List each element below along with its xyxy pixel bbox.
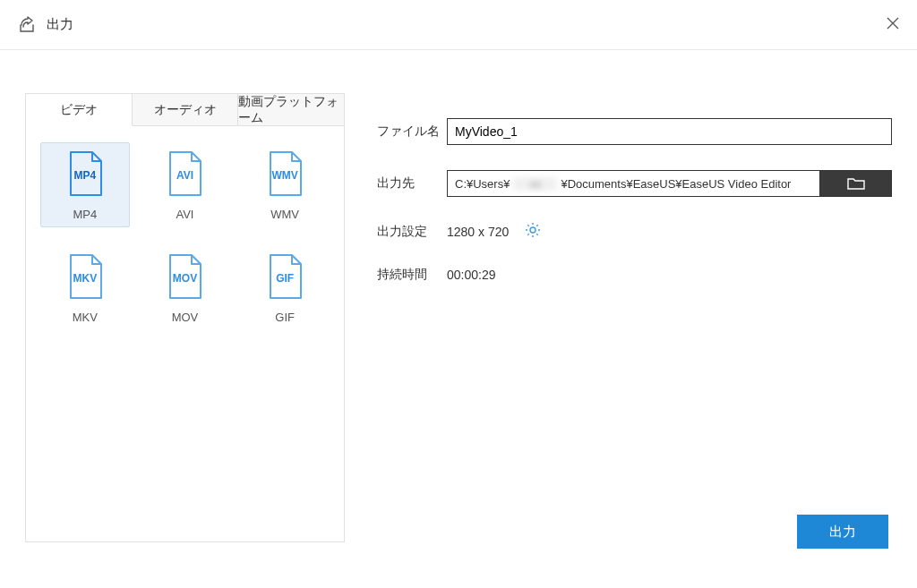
path-prefix: C:¥Users¥	[448, 177, 511, 191]
export-button[interactable]: 出力	[797, 515, 888, 549]
close-icon	[885, 15, 901, 31]
format-label: MKV	[73, 311, 98, 324]
format-code: MP4	[73, 169, 96, 182]
file-icon: MOV	[165, 253, 204, 302]
output-path-label: 出力先	[377, 175, 447, 192]
format-label: AVI	[176, 208, 193, 221]
output-settings-value: 1280 x 720	[447, 225, 509, 239]
format-avi[interactable]: AVI AVI	[140, 142, 229, 227]
tab-video[interactable]: ビデオ	[26, 94, 133, 126]
settings-button[interactable]	[525, 222, 541, 242]
filename-input[interactable]	[447, 118, 892, 145]
svg-point-0	[530, 227, 536, 233]
format-mp4[interactable]: MP4 MP4	[40, 142, 130, 227]
format-label: GIF	[275, 311, 295, 324]
path-redacted: xx	[513, 177, 557, 191]
gear-icon	[525, 222, 541, 238]
output-path-input[interactable]: C:¥Users¥ xx ¥Documents¥EaseUS¥EaseUS Vi…	[447, 170, 820, 197]
format-grid: MP4 MP4 AVI AVI WMV WMV	[26, 126, 344, 346]
format-code: WMV	[271, 169, 297, 182]
row-output-path: 出力先 C:¥Users¥ xx ¥Documents¥EaseUS¥EaseU…	[377, 170, 892, 197]
format-gif[interactable]: GIF GIF	[240, 245, 330, 330]
file-icon: AVI	[165, 150, 204, 199]
format-code: MOV	[173, 272, 197, 285]
row-filename: ファイル名	[377, 118, 892, 145]
tabs: ビデオ オーディオ 動画プラットフォーム	[26, 94, 344, 126]
format-code: MKV	[73, 272, 97, 285]
format-label: MP4	[73, 208, 97, 221]
export-icon	[18, 16, 36, 34]
filename-label: ファイル名	[377, 124, 447, 140]
format-label: WMV	[270, 208, 299, 221]
format-label: MOV	[172, 311, 199, 324]
duration-label: 持続時間	[377, 267, 447, 283]
row-output-settings: 出力設定 1280 x 720	[377, 222, 892, 242]
dialog-title: 出力	[47, 16, 73, 33]
format-panel: ビデオ オーディオ 動画プラットフォーム MP4 MP4 AVI AVI	[25, 93, 345, 542]
dialog-content: ビデオ オーディオ 動画プラットフォーム MP4 MP4 AVI AVI	[0, 50, 917, 560]
tab-audio[interactable]: オーディオ	[133, 94, 239, 125]
folder-icon	[846, 176, 866, 191]
path-suffix: ¥Documents¥EaseUS¥EaseUS Video Editor	[559, 177, 793, 191]
row-duration: 持続時間 00:00:29	[377, 267, 892, 283]
format-mov[interactable]: MOV MOV	[140, 245, 229, 330]
file-icon: WMV	[265, 150, 304, 199]
close-button[interactable]	[885, 15, 901, 35]
tab-platform[interactable]: 動画プラットフォーム	[238, 94, 344, 125]
browse-button[interactable]	[820, 170, 892, 197]
dialog-header: 出力	[0, 0, 917, 50]
file-icon: MP4	[65, 150, 105, 199]
duration-value: 00:00:29	[447, 268, 496, 282]
output-settings-label: 出力設定	[377, 224, 447, 240]
format-wmv[interactable]: WMV WMV	[240, 142, 330, 227]
format-code: GIF	[276, 272, 294, 285]
format-mkv[interactable]: MKV MKV	[40, 245, 130, 330]
file-icon: MKV	[65, 253, 105, 302]
format-code: AVI	[176, 169, 193, 182]
settings-panel: ファイル名 出力先 C:¥Users¥ xx ¥Documents¥EaseUS…	[345, 93, 892, 542]
file-icon: GIF	[265, 253, 304, 302]
